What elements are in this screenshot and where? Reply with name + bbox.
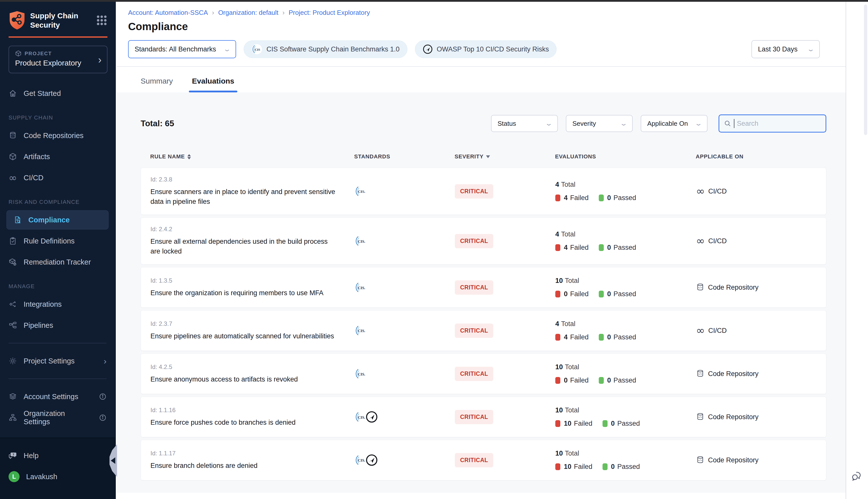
severity-filter[interactable]: Severity ⌄	[566, 115, 633, 132]
scrollbar-thumb[interactable]	[864, 4, 867, 135]
passed-label: Passed	[614, 290, 636, 298]
rule-name: Ensure all external dependencies used in…	[150, 237, 336, 256]
svg-text:CIS.: CIS.	[358, 239, 365, 243]
sidebar-item-organization-settings[interactable]: Organization Settings	[0, 407, 115, 428]
sidebar-item-get-started[interactable]: Get Started	[0, 83, 115, 104]
standard-chip-owasp[interactable]: OWASP Top 10 CI/CD Security Risks	[415, 40, 557, 58]
divider	[117, 66, 846, 67]
rule-row[interactable]: Id: 2.3.7 Ensure pipelines are automatic…	[141, 310, 826, 351]
rule-cell: Id: 4.2.5 Ensure anonymous access to art…	[150, 364, 354, 384]
sidebar-item-project-settings[interactable]: Project Settings ›	[0, 350, 115, 372]
rule-row[interactable]: Id: 1.1.16 Ensure force pushes code to b…	[141, 397, 826, 437]
column-header-evaluations[interactable]: EVALUATIONS	[555, 153, 696, 160]
sidebar-item-label: Account Settings	[24, 392, 79, 401]
rule-cell: Id: 1.1.16 Ensure force pushes code to b…	[150, 406, 354, 427]
date-range-value: Last 30 Days	[758, 46, 798, 53]
support-chat-button[interactable]	[850, 469, 864, 483]
rule-row[interactable]: Id: 2.4.2 Ensure all external dependenci…	[141, 217, 826, 265]
breadcrumb-separator: ›	[212, 9, 214, 16]
rule-id: Id: 2.4.2	[150, 226, 354, 233]
evaluations-panel: Total: 65 Status ⌄ Severity ⌄ Applicable…	[117, 93, 846, 493]
section-heading-risk-compliance: RISK AND COMPLIANCE	[0, 198, 115, 206]
standard-chip-cis[interactable]: CIS CIS Software Supply Chain Benchmarks…	[244, 40, 407, 58]
cicd-icon: ∞	[696, 327, 705, 334]
code-repository-icon: </>	[696, 283, 704, 292]
evaluations-cell: 4Total 4 Failed 0 Passed	[555, 230, 696, 252]
standards-cell: CIS.	[354, 453, 455, 467]
column-header-severity[interactable]: SEVERITY	[455, 153, 555, 160]
applicable-on-cell: ∞ </> Code Repository	[696, 413, 826, 421]
sidebar-item-account-settings[interactable]: Account Settings	[0, 386, 115, 407]
rule-id: Id: 1.3.5	[150, 277, 354, 284]
sidebar-item-remediation-tracker[interactable]: Remediation Tracker	[0, 252, 115, 272]
status-filter-label: Status	[497, 120, 516, 127]
date-range-select[interactable]: Last 30 Days ⌄	[751, 40, 820, 58]
app-grid-icon[interactable]	[96, 14, 108, 26]
standards-select[interactable]: Standards: All Benchmarks ⌄	[128, 40, 236, 58]
brand-shield-logo	[9, 11, 26, 30]
chip-label: OWASP Top 10 CI/CD Security Risks	[437, 46, 549, 53]
evaluations-cell: 4Total 4 Failed 0 Passed	[555, 320, 696, 341]
clipboard-check-icon	[9, 237, 17, 245]
passed-indicator	[603, 420, 607, 427]
rule-row[interactable]: Id: 1.3.5 Ensure the organization is req…	[141, 267, 826, 308]
breadcrumb-account[interactable]: Account: Automation-SSCA	[128, 9, 208, 16]
applicable-on-label: CI/CD	[708, 187, 727, 195]
info-icon[interactable]	[99, 414, 107, 422]
failed-label: Failed	[574, 463, 592, 471]
severity-filter-label: Severity	[572, 120, 596, 127]
rule-cell: Id: 2.4.2 Ensure all external dependenci…	[150, 226, 354, 256]
cicd-icon: ∞	[696, 188, 705, 195]
search-input[interactable]	[737, 120, 812, 127]
standards-cell: CIS.	[354, 234, 455, 247]
passed-count: 0	[607, 290, 611, 298]
sidebar-item-artifacts[interactable]: Artifacts	[0, 146, 115, 167]
page-title: Compliance	[117, 16, 846, 33]
rule-cell: Id: 2.3.7 Ensure pipelines are automatic…	[150, 320, 354, 341]
column-header-applicable-on[interactable]: APPLICABLE ON	[696, 153, 826, 160]
search-icon	[724, 120, 731, 127]
chevron-down-icon: ⌄	[695, 120, 702, 127]
info-icon[interactable]	[99, 393, 107, 400]
rule-row[interactable]: Id: 2.3.8 Ensure scanners are in place t…	[141, 168, 826, 215]
rule-row[interactable]: Id: 4.2.5 Ensure anonymous access to art…	[141, 353, 826, 394]
chevron-right-icon: ›	[104, 356, 107, 366]
severity-badge: CRITICAL	[455, 184, 493, 198]
project-selector[interactable]: PROJECT Product Exploratory ›	[9, 46, 108, 73]
sidebar-item-code-repositories[interactable]: </> Code Repositories	[0, 125, 115, 146]
tab-summary[interactable]: Summary	[141, 74, 173, 93]
cis-icon: CIS.	[354, 367, 367, 380]
tab-evaluations[interactable]: Evaluations	[192, 74, 234, 93]
sidebar: Supply Chain Security PROJECT Product Ex…	[0, 2, 116, 499]
sidebar-item-pipelines[interactable]: Pipelines	[0, 315, 115, 336]
sidebar-item-rule-definitions[interactable]: Rule Definitions	[0, 230, 115, 252]
applicable-on-filter[interactable]: Applicable On ⌄	[641, 115, 708, 132]
home-icon	[9, 89, 17, 98]
owasp-logo-icon	[423, 44, 433, 54]
rule-row[interactable]: Id: 1.1.17 Ensure branch deletions are d…	[141, 440, 826, 480]
sidebar-item-cicd[interactable]: ∞ CI/CD	[0, 167, 115, 188]
remediation-box-icon	[9, 258, 17, 266]
sort-desc-icon	[486, 155, 490, 158]
svg-text:</>: </>	[698, 416, 702, 418]
sidebar-footer: ? Help L Lavakush	[0, 438, 115, 499]
svg-text:</>: </>	[698, 459, 702, 462]
svg-text:CIS.: CIS.	[358, 329, 365, 333]
column-header-standards[interactable]: STANDARDS	[354, 153, 455, 160]
evaluations-total-label: Total	[565, 406, 579, 414]
user-menu[interactable]: L Lavakush	[0, 466, 115, 487]
passed-label: Passed	[614, 333, 636, 341]
applicable-on-label: CI/CD	[708, 327, 727, 334]
search-box[interactable]	[719, 114, 826, 133]
help-button[interactable]: ? Help	[0, 445, 115, 466]
total-count: Total: 65	[141, 119, 174, 128]
sidebar-item-label: Pipelines	[24, 321, 53, 330]
sidebar-item-integrations[interactable]: Integrations	[0, 294, 115, 315]
column-header-rule-name[interactable]: RULE NAME	[150, 153, 354, 160]
sidebar-item-compliance[interactable]: Compliance	[0, 209, 115, 230]
status-filter[interactable]: Status ⌄	[491, 115, 558, 132]
table-header-row: RULE NAME STANDARDS SEVERITY EVALUATIONS…	[141, 151, 826, 162]
failed-label: Failed	[570, 290, 589, 298]
breadcrumb-project[interactable]: Project: Product Exploratory	[289, 9, 370, 16]
breadcrumb-organization[interactable]: Organization: default	[218, 9, 278, 16]
